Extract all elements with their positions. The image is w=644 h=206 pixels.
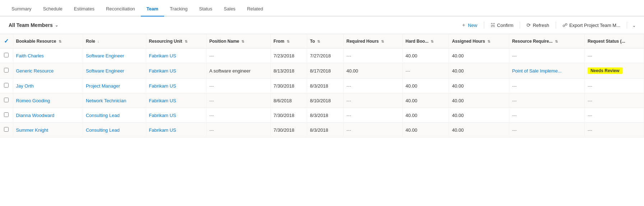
header-checkmark[interactable]: ✓	[4, 38, 9, 45]
tab-team[interactable]: Team	[141, 2, 164, 17]
tab-schedule[interactable]: Schedule	[37, 2, 68, 17]
role-link[interactable]: Consulting Lead	[86, 113, 120, 118]
table-header-row: ✓ Bookable Resource ⇅ Role ↓ Resourcing …	[0, 34, 644, 48]
resourcing-unit-link[interactable]: Fabrikam US	[149, 68, 176, 74]
row-checkbox-3[interactable]	[0, 93, 13, 108]
sort-icon-from: ⇅	[287, 39, 289, 43]
resource-require-link[interactable]: Point of Sale Impleme...	[512, 68, 562, 74]
role-link[interactable]: Network Technician	[86, 98, 126, 103]
resourcing-unit-link[interactable]: Fabrikam US	[149, 113, 176, 118]
checkbox-input[interactable]	[4, 83, 9, 88]
col-header-position-name[interactable]: Position Name ⇅	[206, 34, 270, 48]
cell-bookable-resource: Faith Charles	[13, 48, 83, 63]
dash-value: ---	[209, 83, 214, 89]
dash-value: ---	[512, 53, 517, 58]
bookable-resource-link[interactable]: Romeo Gooding	[16, 98, 50, 103]
dash-value: ---	[347, 98, 351, 103]
checkbox-input[interactable]	[4, 68, 9, 72]
bookable-resource-link[interactable]: Generic Resource	[16, 68, 54, 74]
col-header-request-status[interactable]: Request Status (...	[584, 34, 644, 48]
needs-review-badge: Needs Review	[588, 67, 622, 74]
tab-reconciliation[interactable]: Reconciliation	[100, 2, 141, 17]
dash-value: ---	[512, 127, 517, 133]
col-header-to[interactable]: To ⇅	[307, 34, 343, 48]
dash-value: ---	[347, 127, 351, 133]
dash-value: ---	[347, 53, 351, 58]
resourcing-unit-link[interactable]: Fabrikam US	[149, 83, 176, 89]
cell-resourcing-unit: Fabrikam US	[146, 48, 206, 63]
table-body: Faith CharlesSoftware EngineerFabrikam U…	[0, 48, 644, 137]
col-header-role[interactable]: Role ↓	[83, 34, 146, 48]
resourcing-unit-link[interactable]: Fabrikam US	[149, 127, 176, 133]
resourcing-unit-link[interactable]: Fabrikam US	[149, 98, 176, 103]
cell-required-hours: 40.00	[343, 63, 403, 79]
cell-required-hours: ---	[343, 79, 403, 93]
cell-from: 7/30/2018	[270, 79, 307, 93]
cell-role: Software Engineer	[83, 63, 146, 79]
toolbar-actions: ＋ New ☵ Confirm ⟳ Refresh ☍ Export Proje…	[458, 20, 638, 30]
new-button[interactable]: ＋ New	[458, 20, 481, 30]
tab-sales[interactable]: Sales	[218, 2, 241, 17]
more-options-button[interactable]: ⌄	[630, 21, 638, 30]
cell-position-name: ---	[206, 108, 270, 123]
table-row: Romeo GoodingNetwork TechnicianFabrikam …	[0, 93, 644, 108]
checkbox-input[interactable]	[4, 53, 9, 57]
cell-resourcing-unit: Fabrikam US	[146, 108, 206, 123]
cell-request-status: ---	[584, 108, 644, 123]
cell-resourcing-unit: Fabrikam US	[146, 123, 206, 137]
cell-assigned-hours: 40.00	[449, 123, 509, 137]
cell-required-hours: ---	[343, 48, 403, 63]
resourcing-unit-link[interactable]: Fabrikam US	[149, 53, 176, 58]
tab-estimates[interactable]: Estimates	[68, 2, 100, 17]
col-header-resourcing-unit[interactable]: Resourcing Unit ⇅	[146, 34, 206, 48]
export-icon: ☍	[562, 22, 567, 28]
filter-dropdown-button[interactable]: All Team Members ⌄	[6, 21, 61, 29]
dash-value: ---	[512, 98, 517, 103]
col-header-assigned-hours[interactable]: Assigned Hours ⇅	[449, 34, 509, 48]
cell-hard-book: 40.00	[403, 48, 449, 63]
cell-request-status: ---	[584, 48, 644, 63]
checkbox-input[interactable]	[4, 98, 9, 102]
cell-resource-require: ---	[509, 79, 584, 93]
role-link[interactable]: Software Engineer	[86, 53, 124, 58]
cell-role: Consulting Lead	[83, 123, 146, 137]
sort-icon-position: ⇅	[241, 39, 244, 43]
col-header-resource-require[interactable]: Resource Require... ⇅	[509, 34, 584, 48]
bookable-resource-link[interactable]: Dianna Woodward	[16, 113, 55, 118]
role-link[interactable]: Software Engineer	[86, 68, 124, 74]
team-table-container: ✓ Bookable Resource ⇅ Role ↓ Resourcing …	[0, 34, 644, 206]
row-checkbox-0[interactable]	[0, 48, 13, 63]
bookable-resource-link[interactable]: Summer Knight	[16, 127, 48, 133]
tab-tracking[interactable]: Tracking	[164, 2, 193, 17]
cell-position-name: ---	[206, 79, 270, 93]
tab-related[interactable]: Related	[241, 2, 269, 17]
col-header-hard-book[interactable]: Hard Boo... ⇅	[403, 34, 449, 48]
refresh-button[interactable]: ⟳ Refresh	[523, 20, 553, 30]
cell-to: 8/10/2018	[307, 93, 343, 108]
bookable-resource-link[interactable]: Jay Orth	[16, 83, 34, 89]
cell-position-name: ---	[206, 123, 270, 137]
cell-request-status: ---	[584, 79, 644, 93]
col-header-required-hours[interactable]: Required Hours ⇅	[343, 34, 403, 48]
role-link[interactable]: Consulting Lead	[86, 127, 120, 133]
role-link[interactable]: Project Manager	[86, 83, 120, 89]
tab-status[interactable]: Status	[193, 2, 218, 17]
row-checkbox-2[interactable]	[0, 79, 13, 93]
col-header-from[interactable]: From ⇅	[270, 34, 307, 48]
cell-hard-book: 40.00	[403, 93, 449, 108]
export-button[interactable]: ☍ Export Project Team M...	[559, 20, 624, 30]
row-checkbox-5[interactable]	[0, 123, 13, 137]
checkbox-input[interactable]	[4, 112, 9, 117]
confirm-button[interactable]: ☵ Confirm	[487, 20, 517, 30]
bookable-resource-link[interactable]: Faith Charles	[16, 53, 44, 58]
cell-required-hours: ---	[343, 93, 403, 108]
cell-from: 7/30/2018	[270, 108, 307, 123]
col-header-bookable-resource[interactable]: Bookable Resource ⇅	[13, 34, 83, 48]
row-checkbox-4[interactable]	[0, 108, 13, 123]
dash-value: ---	[588, 113, 592, 118]
checkbox-input[interactable]	[4, 127, 9, 132]
cell-assigned-hours: 40.00	[449, 79, 509, 93]
sort-icon-to: ⇅	[317, 39, 320, 43]
tab-summary[interactable]: Summary	[6, 2, 37, 17]
row-checkbox-1[interactable]	[0, 63, 13, 79]
